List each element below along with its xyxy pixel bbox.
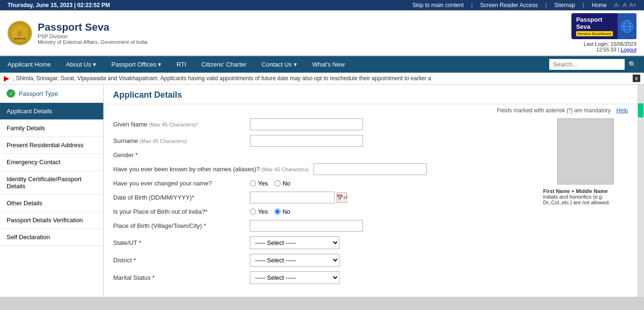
place-birth-out-row: Is your Place of Birth out of India?* Ye… <box>113 208 534 215</box>
marital-label: Marital Status * <box>113 274 245 281</box>
surname-label: Surname (Max 45 Characters) <box>113 137 245 144</box>
main-content: ✓ Passport Type Applicant Details Family… <box>0 84 644 297</box>
sidebar: ✓ Passport Type Applicant Details Family… <box>0 84 104 297</box>
nav-bar: Applicant Home About Us ▾ Passport Offic… <box>0 56 644 73</box>
aliases-row: Have you ever been known by other names … <box>113 163 534 175</box>
logout-link[interactable]: Logout <box>620 47 636 52</box>
home-link[interactable]: Home <box>592 2 607 8</box>
marital-select[interactable]: ----- Select ----- <box>250 271 339 284</box>
dropdown-arrow-about: ▾ <box>93 61 96 68</box>
font-decrease[interactable]: A- <box>614 2 620 8</box>
font-normal[interactable]: A <box>623 2 627 8</box>
search-input[interactable] <box>549 59 625 70</box>
font-size-controls: A- A A+ <box>614 2 636 8</box>
district-select[interactable]: ----- Select ----- <box>250 254 339 267</box>
sidebar-item-passport-verification[interactable]: Passport Details Verification <box>0 212 103 229</box>
sidebar-item-residential-address[interactable]: Present Residential Address <box>0 137 103 154</box>
nav-whats-new[interactable]: What's New <box>305 56 352 73</box>
nav-rti[interactable]: RTI <box>169 56 194 73</box>
name-changed-radio-group: Yes No <box>250 180 290 187</box>
sidebar-item-passport-type[interactable]: ✓ Passport Type <box>0 84 103 103</box>
nav-applicant-home[interactable]: Applicant Home <box>0 56 58 73</box>
given-name-row: Given Name (Max 45 Characters)* <box>113 118 534 130</box>
help-link[interactable]: Help <box>616 107 628 114</box>
form-header: Applicant Details <box>104 84 637 104</box>
header-left: 🦁 सत्यमेव जयते Passport Seva PSP Divisio… <box>8 21 148 45</box>
ticker-text: , Shimla, Srinagar, Surat, Vijayawada an… <box>13 75 431 82</box>
surname-row: Surname (Max 45 Characters) <box>113 135 534 147</box>
sidebar-item-self-declaration[interactable]: Self Declaration <box>0 229 103 246</box>
calendar-icon[interactable]: 📅17 <box>337 193 347 203</box>
place-birth-input[interactable] <box>250 220 363 232</box>
gender-label: Gender * <box>113 151 245 159</box>
sidebar-label-emergency-contact: Emergency Contact <box>7 159 60 166</box>
form-photo: First Name + Middle Name Initials and ho… <box>543 118 628 289</box>
place-birth-out-radio-group: Yes No <box>250 208 290 215</box>
marital-row: Marital Status * ----- Select ----- <box>113 271 534 284</box>
search-button[interactable]: 🔍 <box>625 59 640 70</box>
brand-label2: Seva <box>576 23 613 30</box>
font-increase[interactable]: A+ <box>629 2 636 8</box>
ticker-arrow-icon: ▶ <box>4 75 9 82</box>
name-changed-no-label[interactable]: No <box>274 180 290 187</box>
surname-hint: (Max 45 Characters) <box>140 138 187 144</box>
mandatory-note: Fields marked with asterisk (*) are mand… <box>497 107 611 114</box>
place-birth-row: Place of Birth (Village/Town/City) * <box>113 220 534 232</box>
skip-link[interactable]: Skip to main content <box>413 2 464 8</box>
nav-citizens-charter[interactable]: Citizens' Charter <box>194 56 254 73</box>
separator2: | <box>545 2 547 8</box>
given-name-input[interactable] <box>250 118 363 130</box>
sidebar-item-applicant-details[interactable]: Applicant Details <box>0 103 103 120</box>
photo-hint: First Name + Middle Name Initials and ho… <box>543 188 628 205</box>
dropdown-arrow-offices: ▾ <box>158 61 161 68</box>
state-row: State/UT * ----- Select ----- <box>113 236 534 249</box>
aliases-input[interactable] <box>314 163 427 175</box>
sidebar-label-passport-verification: Passport Details Verification <box>7 217 83 224</box>
nav-passport-offices[interactable]: Passport Offices ▾ <box>104 56 169 73</box>
sidebar-label-passport-type: Passport Type <box>19 90 58 97</box>
sidebar-item-identity-certificate[interactable]: Identity Certificate/Passport Details <box>0 171 103 195</box>
screen-reader-link[interactable]: Screen Reader Access <box>480 2 538 8</box>
gender-row: Gender * <box>113 151 534 159</box>
aliases-label: Have you ever been known by other names … <box>113 166 309 173</box>
sidebar-item-other-details[interactable]: Other Details <box>0 195 103 212</box>
page-title: Applicant Details <box>113 90 628 100</box>
nav-contact-us[interactable]: Contact Us ▾ <box>254 56 305 73</box>
sitemap-link[interactable]: Sitemap <box>554 2 575 8</box>
nav-about-us[interactable]: About Us ▾ <box>58 56 104 73</box>
given-name-label: Given Name (Max 45 Characters)* <box>113 121 245 128</box>
district-row: District * ----- Select ----- <box>113 254 534 267</box>
aliases-hint: (Max 45 Characters) <box>261 167 308 172</box>
name-changed-yes-label[interactable]: Yes <box>250 180 268 187</box>
photo-hint-title: First Name + Middle Name <box>543 188 628 194</box>
dob-input[interactable] <box>250 192 335 203</box>
photo-upload-box[interactable] <box>557 118 614 184</box>
place-birth-out-no-radio[interactable] <box>274 209 281 215</box>
place-birth-label: Place of Birth (Village/Town/City) * <box>113 222 245 229</box>
place-birth-out-label: Is your Place of Birth out of India?* <box>113 208 245 215</box>
place-birth-out-no-label[interactable]: No <box>274 208 290 215</box>
scrollbar[interactable] <box>637 84 644 297</box>
sidebar-label-identity-certificate: Identity Certificate/Passport Details <box>7 176 97 190</box>
form-body: Given Name (Max 45 Characters)* Surname … <box>104 114 637 293</box>
name-changed-no-radio[interactable] <box>274 180 281 186</box>
ticker-pause-button[interactable]: ⏸ <box>633 75 640 82</box>
sidebar-label-residential-address: Present Residential Address <box>7 142 83 149</box>
sidebar-label-self-declaration: Self Declaration <box>7 234 50 241</box>
division-label: PSP Division <box>38 34 148 39</box>
last-login-time: 12:55:33 <box>596 47 617 52</box>
name-changed-yes-radio[interactable] <box>250 180 256 186</box>
surname-input[interactable] <box>250 135 363 147</box>
sidebar-item-emergency-contact[interactable]: Emergency Contact <box>0 154 103 171</box>
sidebar-item-family-details[interactable]: Family Details <box>0 120 103 137</box>
dob-row: Date of Birth (DD/MM/YYYY)* 📅17 <box>113 192 534 203</box>
service-excellence: Service Excellence <box>576 31 613 36</box>
scrollbar-thumb[interactable] <box>638 103 644 117</box>
separator3: | <box>583 2 584 8</box>
state-label: State/UT * <box>113 239 245 246</box>
photo-hint-body: Initials and honorifics (e.g. Dr.,Col.,e… <box>543 194 610 205</box>
place-birth-out-yes-label[interactable]: Yes <box>250 208 268 215</box>
logo-text: Passport Seva PSP Division Ministry of E… <box>38 21 148 45</box>
place-birth-out-yes-radio[interactable] <box>250 209 256 215</box>
state-select[interactable]: ----- Select ----- <box>250 236 339 249</box>
